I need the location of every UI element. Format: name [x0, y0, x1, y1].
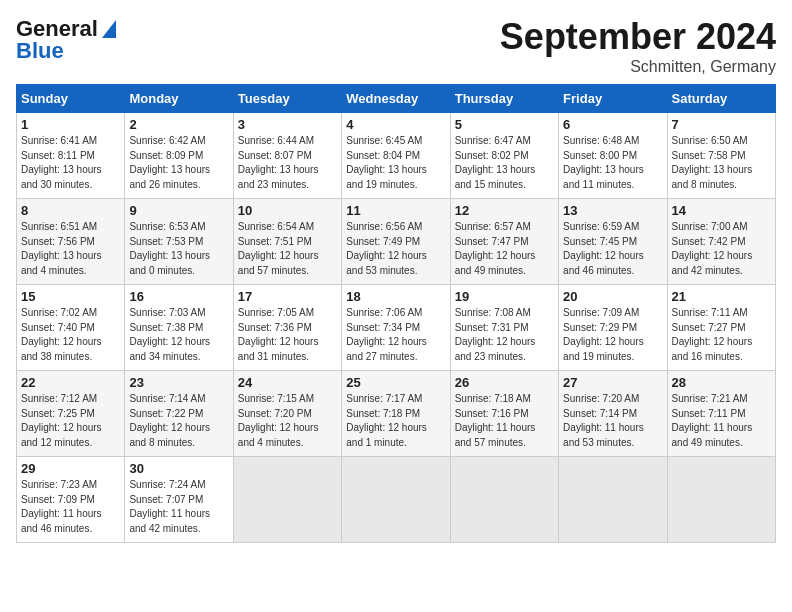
- day-cell: 14Sunrise: 7:00 AM Sunset: 7:42 PM Dayli…: [667, 199, 775, 285]
- logo-icon: [102, 20, 116, 38]
- day-cell: 19Sunrise: 7:08 AM Sunset: 7:31 PM Dayli…: [450, 285, 558, 371]
- calendar-table: SundayMondayTuesdayWednesdayThursdayFrid…: [16, 84, 776, 543]
- day-number: 24: [238, 375, 337, 390]
- day-info: Sunrise: 7:12 AM Sunset: 7:25 PM Dayligh…: [21, 392, 120, 450]
- day-info: Sunrise: 6:44 AM Sunset: 8:07 PM Dayligh…: [238, 134, 337, 192]
- week-row-5: 29Sunrise: 7:23 AM Sunset: 7:09 PM Dayli…: [17, 457, 776, 543]
- day-info: Sunrise: 7:23 AM Sunset: 7:09 PM Dayligh…: [21, 478, 120, 536]
- week-row-1: 1Sunrise: 6:41 AM Sunset: 8:11 PM Daylig…: [17, 113, 776, 199]
- location-title: Schmitten, Germany: [500, 58, 776, 76]
- day-info: Sunrise: 6:50 AM Sunset: 7:58 PM Dayligh…: [672, 134, 771, 192]
- day-number: 23: [129, 375, 228, 390]
- day-info: Sunrise: 7:09 AM Sunset: 7:29 PM Dayligh…: [563, 306, 662, 364]
- day-info: Sunrise: 7:14 AM Sunset: 7:22 PM Dayligh…: [129, 392, 228, 450]
- day-number: 20: [563, 289, 662, 304]
- day-cell: 11Sunrise: 6:56 AM Sunset: 7:49 PM Dayli…: [342, 199, 450, 285]
- day-number: 1: [21, 117, 120, 132]
- month-title: September 2024: [500, 16, 776, 58]
- day-number: 15: [21, 289, 120, 304]
- day-number: 18: [346, 289, 445, 304]
- day-cell: 29Sunrise: 7:23 AM Sunset: 7:09 PM Dayli…: [17, 457, 125, 543]
- day-cell: 23Sunrise: 7:14 AM Sunset: 7:22 PM Dayli…: [125, 371, 233, 457]
- day-info: Sunrise: 7:11 AM Sunset: 7:27 PM Dayligh…: [672, 306, 771, 364]
- day-number: 25: [346, 375, 445, 390]
- day-cell: 20Sunrise: 7:09 AM Sunset: 7:29 PM Dayli…: [559, 285, 667, 371]
- day-info: Sunrise: 7:06 AM Sunset: 7:34 PM Dayligh…: [346, 306, 445, 364]
- day-number: 4: [346, 117, 445, 132]
- logo-text-blue: Blue: [16, 38, 64, 64]
- day-cell: 8Sunrise: 6:51 AM Sunset: 7:56 PM Daylig…: [17, 199, 125, 285]
- header-cell-monday: Monday: [125, 85, 233, 113]
- day-number: 30: [129, 461, 228, 476]
- day-number: 19: [455, 289, 554, 304]
- day-cell: 17Sunrise: 7:05 AM Sunset: 7:36 PM Dayli…: [233, 285, 341, 371]
- day-info: Sunrise: 7:08 AM Sunset: 7:31 PM Dayligh…: [455, 306, 554, 364]
- day-info: Sunrise: 7:18 AM Sunset: 7:16 PM Dayligh…: [455, 392, 554, 450]
- day-cell: [233, 457, 341, 543]
- header-cell-wednesday: Wednesday: [342, 85, 450, 113]
- day-info: Sunrise: 7:03 AM Sunset: 7:38 PM Dayligh…: [129, 306, 228, 364]
- header-row: SundayMondayTuesdayWednesdayThursdayFrid…: [17, 85, 776, 113]
- day-number: 5: [455, 117, 554, 132]
- day-cell: 3Sunrise: 6:44 AM Sunset: 8:07 PM Daylig…: [233, 113, 341, 199]
- day-info: Sunrise: 6:51 AM Sunset: 7:56 PM Dayligh…: [21, 220, 120, 278]
- day-number: 13: [563, 203, 662, 218]
- header-cell-sunday: Sunday: [17, 85, 125, 113]
- day-number: 7: [672, 117, 771, 132]
- day-info: Sunrise: 6:41 AM Sunset: 8:11 PM Dayligh…: [21, 134, 120, 192]
- day-info: Sunrise: 7:20 AM Sunset: 7:14 PM Dayligh…: [563, 392, 662, 450]
- day-info: Sunrise: 6:54 AM Sunset: 7:51 PM Dayligh…: [238, 220, 337, 278]
- day-cell: 12Sunrise: 6:57 AM Sunset: 7:47 PM Dayli…: [450, 199, 558, 285]
- day-info: Sunrise: 6:57 AM Sunset: 7:47 PM Dayligh…: [455, 220, 554, 278]
- day-number: 21: [672, 289, 771, 304]
- day-number: 6: [563, 117, 662, 132]
- week-row-4: 22Sunrise: 7:12 AM Sunset: 7:25 PM Dayli…: [17, 371, 776, 457]
- day-info: Sunrise: 7:17 AM Sunset: 7:18 PM Dayligh…: [346, 392, 445, 450]
- day-number: 11: [346, 203, 445, 218]
- day-cell: 28Sunrise: 7:21 AM Sunset: 7:11 PM Dayli…: [667, 371, 775, 457]
- title-block: September 2024 Schmitten, Germany: [500, 16, 776, 76]
- day-info: Sunrise: 7:00 AM Sunset: 7:42 PM Dayligh…: [672, 220, 771, 278]
- day-number: 26: [455, 375, 554, 390]
- day-cell: [667, 457, 775, 543]
- week-row-2: 8Sunrise: 6:51 AM Sunset: 7:56 PM Daylig…: [17, 199, 776, 285]
- day-number: 16: [129, 289, 228, 304]
- day-info: Sunrise: 7:21 AM Sunset: 7:11 PM Dayligh…: [672, 392, 771, 450]
- day-cell: 1Sunrise: 6:41 AM Sunset: 8:11 PM Daylig…: [17, 113, 125, 199]
- day-cell: [342, 457, 450, 543]
- day-number: 8: [21, 203, 120, 218]
- header-cell-friday: Friday: [559, 85, 667, 113]
- day-number: 28: [672, 375, 771, 390]
- day-number: 29: [21, 461, 120, 476]
- day-info: Sunrise: 6:53 AM Sunset: 7:53 PM Dayligh…: [129, 220, 228, 278]
- day-cell: [450, 457, 558, 543]
- day-cell: 5Sunrise: 6:47 AM Sunset: 8:02 PM Daylig…: [450, 113, 558, 199]
- day-cell: 4Sunrise: 6:45 AM Sunset: 8:04 PM Daylig…: [342, 113, 450, 199]
- day-info: Sunrise: 6:42 AM Sunset: 8:09 PM Dayligh…: [129, 134, 228, 192]
- day-cell: 6Sunrise: 6:48 AM Sunset: 8:00 PM Daylig…: [559, 113, 667, 199]
- day-cell: 13Sunrise: 6:59 AM Sunset: 7:45 PM Dayli…: [559, 199, 667, 285]
- day-cell: 26Sunrise: 7:18 AM Sunset: 7:16 PM Dayli…: [450, 371, 558, 457]
- day-info: Sunrise: 6:47 AM Sunset: 8:02 PM Dayligh…: [455, 134, 554, 192]
- day-cell: 25Sunrise: 7:17 AM Sunset: 7:18 PM Dayli…: [342, 371, 450, 457]
- day-info: Sunrise: 6:56 AM Sunset: 7:49 PM Dayligh…: [346, 220, 445, 278]
- day-number: 14: [672, 203, 771, 218]
- day-cell: 27Sunrise: 7:20 AM Sunset: 7:14 PM Dayli…: [559, 371, 667, 457]
- day-number: 27: [563, 375, 662, 390]
- day-number: 9: [129, 203, 228, 218]
- day-info: Sunrise: 7:24 AM Sunset: 7:07 PM Dayligh…: [129, 478, 228, 536]
- day-cell: 2Sunrise: 6:42 AM Sunset: 8:09 PM Daylig…: [125, 113, 233, 199]
- day-cell: 9Sunrise: 6:53 AM Sunset: 7:53 PM Daylig…: [125, 199, 233, 285]
- day-number: 22: [21, 375, 120, 390]
- header-cell-tuesday: Tuesday: [233, 85, 341, 113]
- day-number: 10: [238, 203, 337, 218]
- day-cell: 18Sunrise: 7:06 AM Sunset: 7:34 PM Dayli…: [342, 285, 450, 371]
- day-info: Sunrise: 7:02 AM Sunset: 7:40 PM Dayligh…: [21, 306, 120, 364]
- header-cell-thursday: Thursday: [450, 85, 558, 113]
- day-info: Sunrise: 7:15 AM Sunset: 7:20 PM Dayligh…: [238, 392, 337, 450]
- day-number: 3: [238, 117, 337, 132]
- page-header: General Blue September 2024 Schmitten, G…: [16, 16, 776, 76]
- day-cell: 22Sunrise: 7:12 AM Sunset: 7:25 PM Dayli…: [17, 371, 125, 457]
- day-cell: 30Sunrise: 7:24 AM Sunset: 7:07 PM Dayli…: [125, 457, 233, 543]
- day-info: Sunrise: 7:05 AM Sunset: 7:36 PM Dayligh…: [238, 306, 337, 364]
